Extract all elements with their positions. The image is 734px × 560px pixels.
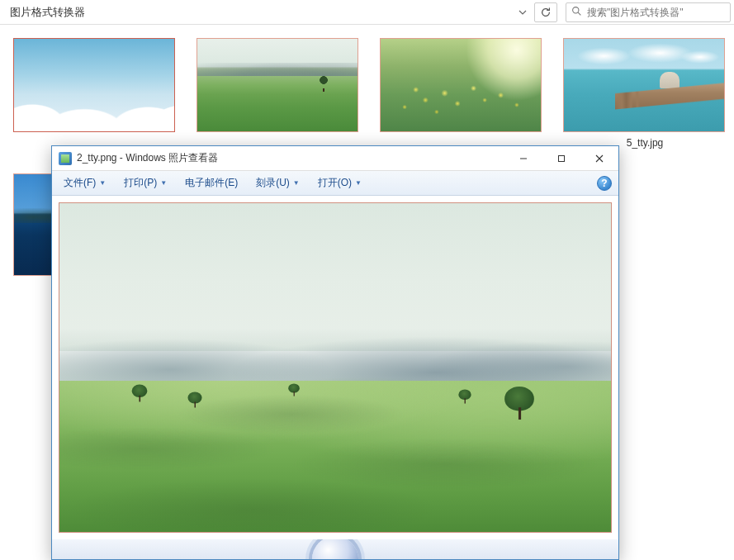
menu-label: 刻录(U) — [256, 176, 290, 190]
chevron-down-icon: ▼ — [160, 179, 167, 187]
help-icon: ? — [601, 178, 607, 189]
thumbnail-item[interactable] — [197, 38, 360, 149]
folder-name: 图片格式转换器 — [10, 5, 85, 20]
address-bar[interactable]: 图片格式转换器 — [3, 5, 514, 20]
help-button[interactable]: ? — [597, 176, 612, 191]
viewer-toolbar — [52, 539, 618, 559]
thumbnail-image — [197, 38, 358, 132]
thumbnail-image — [380, 38, 542, 132]
address-dropdown[interactable] — [514, 8, 531, 17]
close-button[interactable] — [580, 146, 618, 171]
window-titlebar[interactable]: 2_tty.png - Windows 照片查看器 — [52, 146, 618, 171]
slideshow-button[interactable] — [312, 539, 358, 559]
window-controls — [504, 146, 618, 171]
displayed-image — [59, 202, 612, 533]
minimize-button[interactable] — [504, 146, 542, 171]
image-viewport[interactable] — [52, 196, 618, 539]
menu-print[interactable]: 打印(P) ▼ — [119, 173, 172, 192]
app-icon — [59, 152, 72, 165]
menu-label: 打开(O) — [318, 176, 352, 190]
menu-burn[interactable]: 刻录(U) ▼ — [251, 173, 305, 192]
chevron-down-icon: ▼ — [355, 179, 362, 187]
menu-label: 文件(F) — [64, 176, 96, 190]
svg-line-1 — [578, 12, 580, 15]
chevron-down-icon: ▼ — [293, 179, 300, 187]
menu-label: 电子邮件(E) — [185, 176, 238, 190]
menu-label: 打印(P) — [124, 176, 157, 190]
search-input[interactable] — [587, 7, 725, 18]
thumbnail-item[interactable]: 5_tty.jpg — [563, 38, 727, 149]
menu-open[interactable]: 打开(O) ▼ — [313, 173, 367, 192]
menu-email[interactable]: 电子邮件(E) — [180, 173, 243, 192]
window-title: 2_tty.png - Windows 照片查看器 — [77, 151, 504, 165]
refresh-button[interactable] — [534, 2, 557, 22]
thumbnail-item[interactable] — [380, 38, 543, 149]
menu-file[interactable]: 文件(F) ▼ — [59, 173, 111, 192]
menu-bar: 文件(F) ▼ 打印(P) ▼ 电子邮件(E) 刻录(U) ▼ 打开(O) ▼ … — [52, 171, 618, 196]
maximize-button[interactable] — [542, 146, 580, 171]
svg-rect-3 — [559, 155, 565, 161]
thumbnail-image — [563, 38, 725, 132]
thumbnail-image — [13, 38, 175, 132]
thumbnail-item[interactable] — [13, 38, 177, 149]
photo-viewer-window: 2_tty.png - Windows 照片查看器 文件(F) ▼ 打印(P) … — [51, 145, 619, 560]
search-icon — [571, 6, 582, 19]
chevron-down-icon: ▼ — [99, 179, 106, 187]
search-bar[interactable] — [566, 2, 731, 22]
explorer-top-bar: 图片格式转换器 — [0, 0, 734, 25]
svg-point-0 — [573, 7, 579, 12]
